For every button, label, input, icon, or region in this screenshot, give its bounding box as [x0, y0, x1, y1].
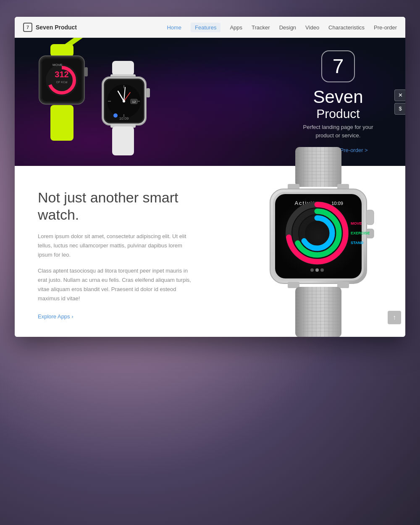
nav-item-characteristics[interactable]: Characteristics — [328, 24, 365, 31]
content-left: Not just another smart watch. Lorem ipsu… — [15, 166, 225, 337]
nav-item-apps[interactable]: Apps — [230, 24, 242, 31]
brand-name: Seven Product — [36, 24, 77, 31]
navbar: 7 Seven Product Home Features Apps Track… — [15, 17, 405, 38]
tool-dollar[interactable]: $ — [394, 103, 405, 115]
hero-subtitle: Perfect landing page for your product or… — [296, 123, 380, 139]
content-para-2: Class aptent tasociosqu ad litora torque… — [38, 266, 197, 303]
svg-rect-11 — [112, 61, 134, 76]
nav-link-features[interactable]: Features — [191, 23, 220, 32]
svg-text:10:09: 10:09 — [331, 201, 343, 206]
hero-icon-number: 7 — [333, 56, 344, 76]
svg-text:EXERCISE: EXERCISE — [351, 231, 370, 235]
nav-item-preorder[interactable]: Pre-order — [374, 24, 397, 31]
content-section: Not just another smart watch. Lorem ipsu… — [15, 166, 405, 337]
svg-text:STAND: STAND — [351, 241, 364, 245]
svg-point-74 — [310, 268, 314, 272]
hero-icon-box: 7 — [321, 50, 355, 82]
svg-point-76 — [320, 268, 324, 272]
svg-text:10:09: 10:09 — [119, 116, 129, 121]
logo-box: 7 — [23, 23, 32, 32]
nav-link-design[interactable]: Design — [279, 24, 296, 31]
hero-left: 312 OF KCal MOVE — [15, 38, 271, 166]
content-heading: Not just another smart watch. — [38, 189, 208, 223]
hero-title: Seven Product — [313, 87, 363, 121]
nav-link-preorder[interactable]: Pre-order — [374, 24, 397, 31]
svg-rect-16 — [146, 88, 150, 97]
content-para-1: Lorem ipsum dolor sit amet, consectetur … — [38, 232, 197, 260]
svg-rect-10 — [50, 105, 74, 141]
side-tools: ✕ $ — [394, 89, 405, 115]
svg-text:MOVE: MOVE — [52, 63, 63, 67]
logo-number: 7 — [26, 25, 29, 30]
svg-rect-61 — [366, 210, 374, 225]
back-to-top-button[interactable]: ↑ — [388, 311, 401, 324]
nav-link-apps[interactable]: Apps — [230, 24, 242, 31]
nav-links: Home Features Apps Tracker Design Video … — [167, 24, 397, 31]
svg-rect-31 — [112, 126, 134, 155]
svg-point-29 — [113, 113, 118, 118]
nav-link-characteristics[interactable]: Characteristics — [328, 24, 365, 31]
nav-item-home[interactable]: Home — [167, 24, 181, 31]
svg-text:OF KCal: OF KCal — [56, 81, 68, 84]
explore-apps-link[interactable]: Explore Apps › — [38, 313, 74, 320]
svg-rect-35 — [295, 147, 341, 187]
browser-window: 7 Seven Product Home Features Apps Track… — [15, 17, 405, 337]
svg-rect-0 — [50, 44, 74, 57]
svg-text:312: 312 — [55, 70, 68, 79]
nav-link-video[interactable]: Video — [305, 24, 319, 31]
hero-title-line2: Product — [313, 107, 363, 121]
svg-text:MOVE: MOVE — [351, 221, 362, 226]
svg-rect-78 — [337, 282, 349, 288]
nav-link-tracker[interactable]: Tracker — [252, 24, 270, 31]
svg-rect-77 — [288, 282, 299, 288]
nav-item-tracker[interactable]: Tracker — [252, 24, 270, 31]
nav-item-video[interactable]: Video — [305, 24, 319, 31]
content-right: Activity 10:09 MOVE EXERCISE STAND — [225, 166, 405, 337]
svg-point-75 — [315, 268, 319, 272]
svg-rect-4 — [84, 67, 88, 76]
svg-text:12: 12 — [132, 100, 136, 104]
navbar-logo: 7 Seven Product — [23, 23, 77, 32]
nav-item-design[interactable]: Design — [279, 24, 296, 31]
nav-item-features[interactable]: Features — [191, 24, 220, 31]
tool-settings[interactable]: ✕ — [394, 89, 405, 101]
nav-link-home[interactable]: Home — [167, 24, 181, 31]
svg-point-25 — [123, 100, 125, 102]
hero-title-line1: Seven — [313, 87, 363, 107]
